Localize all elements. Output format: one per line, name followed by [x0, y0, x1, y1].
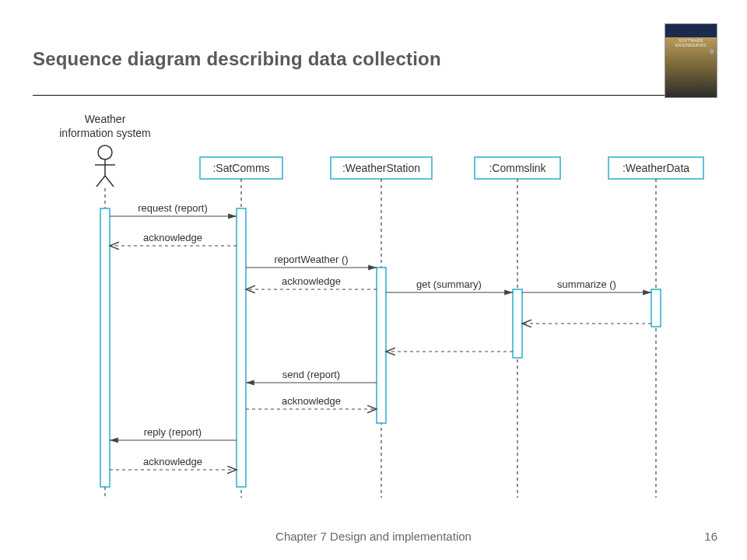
divider — [33, 95, 715, 96]
actor-label-1: Weather — [85, 113, 126, 125]
msg-summarize-label: summarize () — [557, 278, 616, 290]
lifeline-weatherdata-label: :WeatherData — [622, 162, 689, 174]
svg-point-0 — [98, 145, 112, 159]
activation-weatherstation — [377, 268, 386, 423]
activation-commslink — [513, 289, 522, 358]
sequence-diagram: Weather information system :SatComms :We… — [31, 109, 724, 513]
activation-weatherdata — [651, 289, 661, 327]
actor-label-2: information system — [59, 127, 150, 139]
msg-get-summary-label: get (summary) — [416, 278, 482, 290]
slide-title: Sequence diagram describing data collect… — [33, 48, 441, 70]
lifeline-weatherdata: :WeatherData — [608, 157, 703, 498]
slide: Sequence diagram describing data collect… — [0, 0, 747, 560]
msg-ack-2-label: acknowledge — [282, 275, 341, 287]
svg-line-4 — [105, 176, 114, 187]
lifeline-commslink-label: :Commslink — [489, 162, 546, 174]
msg-ack-4-label: acknowledge — [143, 456, 202, 467]
msg-ack-1-label: acknowledge — [143, 232, 202, 243]
svg-line-3 — [96, 176, 105, 187]
page-number: 16 — [704, 530, 717, 543]
msg-reply-report-label: reply (report) — [144, 426, 202, 438]
msg-request-report-label: request (report) — [138, 202, 208, 214]
msg-reportweather-label: reportWeather () — [274, 254, 348, 265]
msg-send-report-label: send (report) — [282, 369, 340, 380]
activation-actor — [100, 208, 110, 487]
lifeline-weatherstation-label: :WeatherStation — [342, 162, 420, 174]
activation-satcomms — [237, 208, 246, 487]
book-cover-image — [665, 23, 717, 98]
footer-text: Chapter 7 Design and implementation — [0, 530, 747, 543]
msg-ack-3-label: acknowledge — [282, 395, 341, 407]
lifeline-satcomms-label: :SatComms — [212, 162, 269, 174]
